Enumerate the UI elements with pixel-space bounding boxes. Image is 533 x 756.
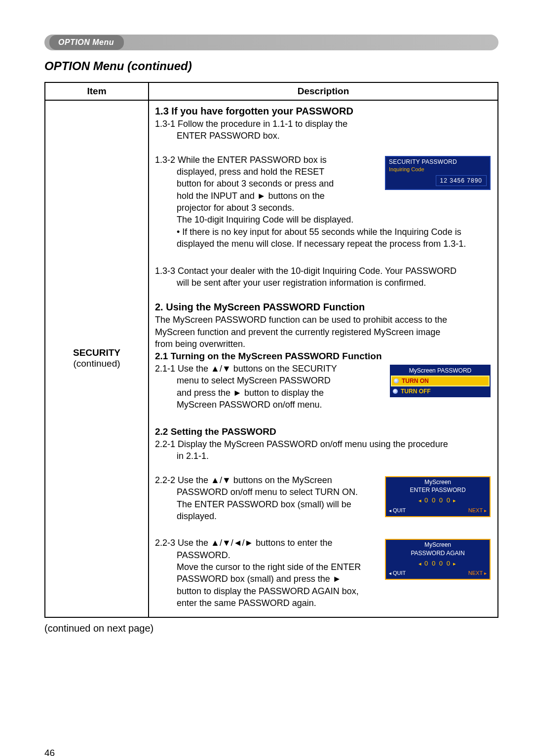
pw2-digits[interactable]: ◂0 0 0 0▸	[386, 558, 490, 569]
pw1-next[interactable]: NEXT ▸	[468, 507, 487, 514]
myscreen-onoff-menu: MyScreen PASSWORD TURN ON TURN OFF	[390, 365, 491, 397]
radio-off-icon	[393, 389, 398, 394]
para-2-2-1: 2.2-1 Display the MyScreen PASSWORD on/o…	[155, 438, 492, 462]
heading-2-1: 2.1 Turning on the MyScreen PASSWORD Fun…	[155, 350, 492, 363]
password-again-box: MyScreen PASSWORD AGAIN ◂0 0 0 0▸ ◂ QUIT…	[385, 539, 491, 580]
para-1-3-1: 1.3-1 Follow the procedure in 1.1-1 to d…	[155, 118, 492, 142]
pw1-title2: ENTER PASSWORD	[386, 486, 490, 495]
para-2-intro: The MyScreen PASSWORD function can be us…	[155, 314, 492, 350]
item-label: SECURITY	[51, 347, 142, 358]
pw2-quit[interactable]: ◂ QUIT	[389, 569, 406, 577]
page-number: 46	[44, 748, 498, 756]
pw2-next[interactable]: NEXT ▸	[468, 569, 487, 577]
col-description: Description	[149, 82, 498, 100]
section-title: OPTION Menu (continued)	[44, 59, 498, 73]
header-bar: OPTION Menu	[44, 35, 498, 50]
col-item: Item	[45, 82, 149, 100]
pw2-title1: MyScreen	[386, 540, 490, 549]
pw2-title2: PASSWORD AGAIN	[386, 549, 490, 558]
heading-2: 2. Using the MyScreen PASSWORD Function	[155, 301, 492, 314]
pw1-digits[interactable]: ◂0 0 0 0▸	[386, 495, 490, 506]
pw1-quit[interactable]: ◂ QUIT	[389, 507, 406, 514]
heading-1-3: 1.3 If you have forgotten your PASSWORD	[155, 105, 492, 118]
item-cell: SECURITY (continued)	[45, 100, 149, 617]
option-table: Item Description SECURITY (continued) 1.…	[44, 82, 498, 618]
msmenu-turn-off[interactable]: TURN OFF	[391, 386, 490, 396]
header-tab: OPTION Menu	[49, 35, 124, 50]
enter-password-box: MyScreen ENTER PASSWORD ◂0 0 0 0▸ ◂ QUIT…	[385, 476, 491, 517]
para-1-3-3: 1.3-3 Contact your dealer with the 10-di…	[155, 265, 492, 289]
item-sub: (continued)	[51, 358, 142, 369]
inq-code: 12 3456 7890	[436, 175, 487, 186]
continued-next: (continued on next page)	[44, 623, 498, 634]
inq-sub: Inquiring Code	[386, 166, 490, 174]
msmenu-turn-on[interactable]: TURN ON	[391, 376, 490, 386]
inq-title: SECURITY PASSWORD	[386, 157, 490, 166]
radio-on-icon	[394, 378, 399, 383]
pw1-title1: MyScreen	[386, 477, 490, 486]
description-cell: 1.3 If you have forgotten your PASSWORD …	[149, 100, 498, 617]
msmenu-title: MyScreen PASSWORD	[391, 366, 490, 376]
heading-2-2: 2.2 Setting the PASSWORD	[155, 425, 492, 438]
inquiring-code-box: SECURITY PASSWORD Inquiring Code 12 3456…	[385, 156, 491, 190]
